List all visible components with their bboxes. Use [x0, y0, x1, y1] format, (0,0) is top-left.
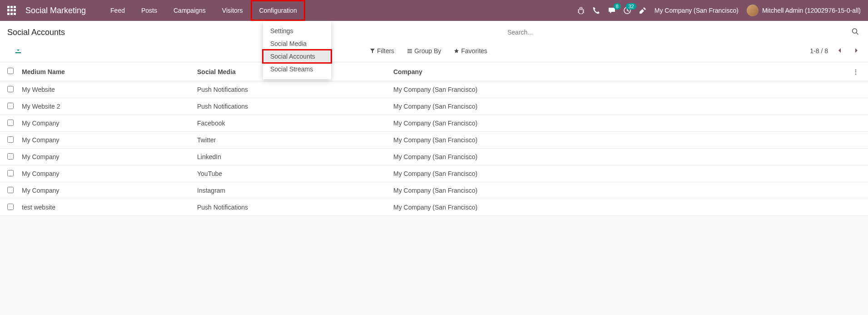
debug-icon[interactable] [577, 7, 585, 14]
cell-company: My Company (San Francisco) [393, 86, 861, 93]
table-row[interactable]: My CompanyLinkedInMy Company (San Franci… [0, 149, 868, 165]
cell-company: My Company (San Francisco) [393, 187, 861, 194]
nav-visitors[interactable]: Visitors [214, 0, 251, 21]
nav-configuration[interactable]: Configuration [251, 0, 305, 21]
table-row[interactable]: My WebsitePush NotificationsMy Company (… [0, 81, 868, 98]
cell-social: Facebook [197, 120, 393, 127]
cell-medium: My Company [22, 170, 197, 177]
nav-feed[interactable]: Feed [102, 0, 133, 21]
select-all-checkbox[interactable] [7, 68, 14, 74]
company-selector[interactable]: My Company (San Francisco) [655, 7, 739, 14]
svg-point-0 [853, 29, 857, 33]
cell-company: My Company (San Francisco) [393, 153, 861, 160]
cell-medium: My Company [22, 153, 197, 160]
list-view: Medium Name Social Media Company ⋮ My We… [0, 62, 868, 216]
pager: 1-8 / 8 [810, 45, 861, 56]
export-button[interactable] [15, 47, 22, 55]
cell-social: LinkedIn [197, 153, 393, 160]
messages-icon[interactable]: 8 [608, 7, 615, 14]
nav-menu: Feed Posts Campaigns Visitors Configurat… [102, 0, 305, 21]
cell-social: Instagram [197, 187, 393, 194]
cell-social: Push Notifications [197, 86, 393, 93]
topbar-right: 8 32 My Company (San Francisco) Mitchell… [577, 5, 861, 16]
row-checkbox[interactable] [7, 120, 14, 126]
nav-posts[interactable]: Posts [133, 0, 165, 21]
topbar: Social Marketing Feed Posts Campaigns Vi… [0, 0, 868, 21]
cell-social: Twitter [197, 136, 393, 144]
pager-prev[interactable] [835, 45, 844, 56]
messages-badge: 8 [614, 3, 621, 10]
search-icon[interactable] [852, 28, 859, 37]
cell-medium: My Company [22, 136, 197, 144]
groupby-label: Group By [414, 47, 441, 55]
pager-next[interactable] [852, 45, 861, 56]
cell-company: My Company (San Francisco) [393, 170, 861, 177]
cell-medium: My Website 2 [22, 103, 197, 110]
cell-social: Push Notifications [197, 103, 393, 110]
avatar [747, 5, 759, 16]
activities-icon[interactable]: 32 [624, 7, 631, 14]
table-row[interactable]: My CompanyInstagramMy Company (San Franc… [0, 182, 868, 199]
search-input[interactable] [506, 25, 861, 40]
table-row[interactable]: test websitePush NotificationsMy Company… [0, 199, 868, 216]
tools-icon[interactable] [639, 7, 646, 14]
dropdown-social-streams[interactable]: Social Streams [263, 63, 331, 75]
row-checkbox[interactable] [7, 136, 14, 143]
configuration-dropdown: Settings Social Media Social Accounts So… [263, 21, 331, 79]
row-checkbox[interactable] [7, 170, 14, 176]
cell-medium: test website [22, 204, 197, 211]
favorites-button[interactable]: Favorites [454, 47, 487, 55]
control-panel: Social Accounts Filters Group By Favorit… [0, 21, 868, 62]
pager-value[interactable]: 1-8 / 8 [810, 47, 828, 55]
row-checkbox[interactable] [7, 187, 14, 193]
breadcrumb: Social Accounts [7, 28, 65, 37]
columns-menu-icon[interactable]: ⋮ [851, 68, 861, 75]
cell-medium: My Company [22, 187, 197, 194]
filters-button[interactable]: Filters [370, 47, 394, 55]
dropdown-social-accounts[interactable]: Social Accounts [263, 50, 331, 63]
apps-icon[interactable] [7, 6, 16, 15]
app-title[interactable]: Social Marketing [25, 6, 86, 15]
row-checkbox[interactable] [7, 103, 14, 109]
cell-social: YouTube [197, 170, 393, 177]
cell-company: My Company (San Francisco) [393, 136, 861, 144]
filters-label: Filters [377, 47, 394, 55]
user-menu[interactable]: Mitchell Admin (12002976-15-0-all) [747, 5, 861, 16]
favorites-label: Favorites [461, 47, 487, 55]
user-name: Mitchell Admin (12002976-15-0-all) [762, 7, 861, 14]
groupby-button[interactable]: Group By [407, 47, 441, 55]
col-header-medium[interactable]: Medium Name [22, 68, 197, 75]
cell-medium: My Website [22, 86, 197, 93]
cell-medium: My Company [22, 120, 197, 127]
row-checkbox[interactable] [7, 86, 14, 92]
dropdown-social-media[interactable]: Social Media [263, 37, 331, 50]
list-header: Medium Name Social Media Company ⋮ [0, 62, 868, 81]
col-header-company[interactable]: Company [393, 68, 851, 75]
activities-badge: 32 [626, 3, 636, 10]
list-body: My WebsitePush NotificationsMy Company (… [0, 81, 868, 216]
search-wrap [506, 25, 861, 40]
table-row[interactable]: My CompanyFacebookMy Company (San Franci… [0, 115, 868, 132]
cell-company: My Company (San Francisco) [393, 204, 861, 211]
table-row[interactable]: My CompanyYouTubeMy Company (San Francis… [0, 165, 868, 182]
cell-company: My Company (San Francisco) [393, 120, 861, 127]
dropdown-settings[interactable]: Settings [263, 25, 331, 37]
row-checkbox[interactable] [7, 153, 14, 160]
nav-campaigns[interactable]: Campaigns [165, 0, 214, 21]
table-row[interactable]: My Website 2Push NotificationsMy Company… [0, 98, 868, 115]
table-row[interactable]: My CompanyTwitterMy Company (San Francis… [0, 132, 868, 149]
phone-icon[interactable] [593, 7, 600, 14]
row-checkbox[interactable] [7, 204, 14, 210]
cell-social: Push Notifications [197, 204, 393, 211]
cell-company: My Company (San Francisco) [393, 103, 861, 110]
filter-group: Filters Group By Favorites [370, 47, 487, 55]
